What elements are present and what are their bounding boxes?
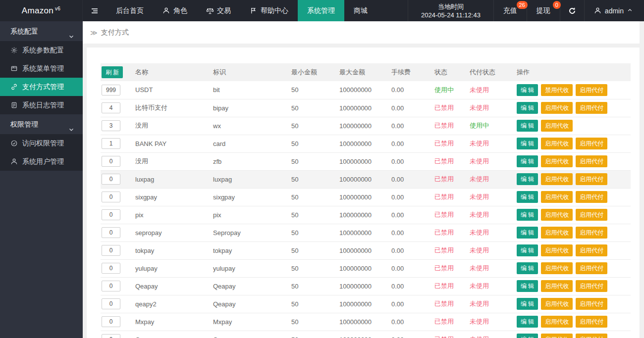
edit-button[interactable]: 编 辑 [517,334,538,338]
collect-button[interactable]: 启用代收 [541,316,573,328]
edit-button[interactable]: 编 辑 [517,102,538,114]
sidebar-item-system-menu[interactable]: 系统菜单管理 [0,59,83,78]
sort-input[interactable]: 0 [102,316,120,327]
payout-status-badge: 未使用 [470,264,489,272]
sidebar-item-system-params[interactable]: 系统参数配置 [0,41,83,59]
recharge-button[interactable]: 充值 26 [494,0,527,21]
collect-button[interactable]: 启用代收 [541,227,573,239]
sidebar-item-system-logs[interactable]: 系统日志管理 [0,96,83,114]
edit-button[interactable]: 编 辑 [517,209,538,221]
edit-button[interactable]: 编 辑 [517,173,538,185]
status-cell: 已禁用 [434,295,470,313]
sort-input[interactable]: 999 [102,85,120,96]
edit-button[interactable]: 编 辑 [517,262,538,274]
sort-input[interactable]: 0 [102,192,120,202]
collect-button[interactable]: 启用代收 [541,209,573,221]
payout-button[interactable]: 启用代付 [576,334,607,338]
collect-button[interactable]: 启用代收 [541,120,573,132]
sort-input[interactable]: 0 [102,245,120,256]
code-cell: card [213,135,291,152]
collect-button[interactable]: 启用代收 [541,298,573,310]
edit-button[interactable]: 编 辑 [517,244,538,256]
edit-button[interactable]: 编 辑 [517,84,538,96]
collect-button[interactable]: 启用代收 [541,262,573,274]
sort-input[interactable]: 1 [102,138,120,149]
name-cell: qeapy2 [135,295,213,313]
refresh-page-button[interactable] [560,0,584,21]
collect-button[interactable]: 启用代收 [541,280,573,292]
payout-button[interactable]: 启用代付 [576,191,607,203]
payout-button[interactable]: 启用代付 [576,298,607,310]
sidebar-group-system-config[interactable]: 系统配置 [0,21,83,41]
code-cell: Qeapay [213,295,291,313]
edit-button[interactable]: 编 辑 [517,280,538,292]
nav-item-label: 商城 [354,6,368,15]
nav-item-system-admin[interactable]: 系统管理 [298,0,344,21]
collect-button[interactable]: 启用代收 [541,244,573,256]
sort-input[interactable]: 0 [102,334,120,338]
fee-cell: 0.00 [391,331,434,338]
withdraw-label: 提现 [537,6,550,15]
payout-button[interactable]: 启用代付 [576,155,607,167]
sidebar-submenu: 访问权限管理 系统用户管理 [0,134,83,171]
status-cell: 已禁用 [434,259,470,277]
actions-cell: 编 辑启用代收启用代付 [517,224,631,241]
collect-button[interactable]: 启用代收 [541,191,573,203]
sidebar-item-system-users[interactable]: 系统用户管理 [0,152,83,171]
payout-button[interactable]: 启用代付 [576,173,607,185]
code-cell: Mxpay [213,313,291,331]
edit-button[interactable]: 编 辑 [517,316,538,328]
collect-button[interactable]: 禁用代收 [541,84,573,96]
payout-button[interactable]: 启用代付 [576,209,607,221]
payout-button[interactable]: 启用代付 [576,316,607,328]
payout-button[interactable]: 启用代付 [576,227,607,239]
collect-button[interactable]: 启用代收 [541,173,573,185]
sort-input[interactable]: 0 [102,174,120,185]
sort-input[interactable]: 0 [102,156,120,167]
collect-button[interactable]: 启用代收 [541,102,573,114]
nav-item-mall[interactable]: 商城 [344,0,377,21]
sort-input[interactable]: 0 [102,281,120,291]
column-header-name: 名称 [135,63,213,81]
payout-button[interactable]: 启用代付 [576,138,607,149]
sort-input[interactable]: 0 [102,263,120,274]
sidebar-item-access-permissions[interactable]: 访问权限管理 [0,134,83,152]
brand-logo[interactable]: Amazonv6 [0,0,83,21]
payout-button[interactable]: 启用代付 [576,262,607,274]
collect-button[interactable]: 启用代收 [541,155,573,167]
collect-button[interactable]: 启用代收 [541,334,573,338]
payout-button[interactable]: 启用代付 [576,102,607,114]
sort-cell: 4 [101,99,135,117]
sort-input[interactable]: 0 [102,298,120,309]
sidebar-item-payment-methods[interactable]: 支付方式管理 [0,78,83,96]
edit-button[interactable]: 编 辑 [517,227,538,239]
code-cell: Cpay [213,331,291,338]
payout-button[interactable]: 启用代付 [576,280,607,292]
edit-button[interactable]: 编 辑 [517,120,538,132]
nav-item-home[interactable]: 后台首页 [107,0,153,21]
collect-button[interactable]: 启用代收 [541,138,573,149]
sort-input[interactable]: 4 [102,102,120,113]
user-menu[interactable]: admin [584,0,644,21]
column-header-min-amount: 最小金额 [291,63,339,81]
edit-button[interactable]: 编 辑 [517,191,538,203]
edit-button[interactable]: 编 辑 [517,138,538,149]
edit-button[interactable]: 编 辑 [517,298,538,310]
content-card: 刷 新 名称 标识 最小金额 最大金额 手续费 状态 代付状态 操作 999US… [87,48,640,338]
nav-item-roles[interactable]: 角色 [153,0,197,21]
edit-button[interactable]: 编 辑 [517,155,538,167]
withdraw-button[interactable]: 提现 0 [527,0,560,21]
flag-icon [250,7,258,15]
payout-button[interactable]: 启用代付 [576,244,607,256]
sidebar-group-permissions[interactable]: 权限管理 [0,114,83,134]
payout-button[interactable]: 启用代付 [576,84,607,96]
sort-input[interactable]: 0 [102,227,120,238]
name-cell: tokpay [135,241,213,259]
sort-input[interactable]: 3 [102,120,120,131]
sidebar-toggle-button[interactable] [83,0,107,21]
sort-input[interactable]: 0 [102,209,120,220]
refresh-table-button[interactable]: 刷 新 [102,66,123,78]
nav-item-transactions[interactable]: 交易 [197,0,240,21]
nav-item-help-center[interactable]: 帮助中心 [240,0,298,21]
name-cell: Cpay [135,331,213,338]
